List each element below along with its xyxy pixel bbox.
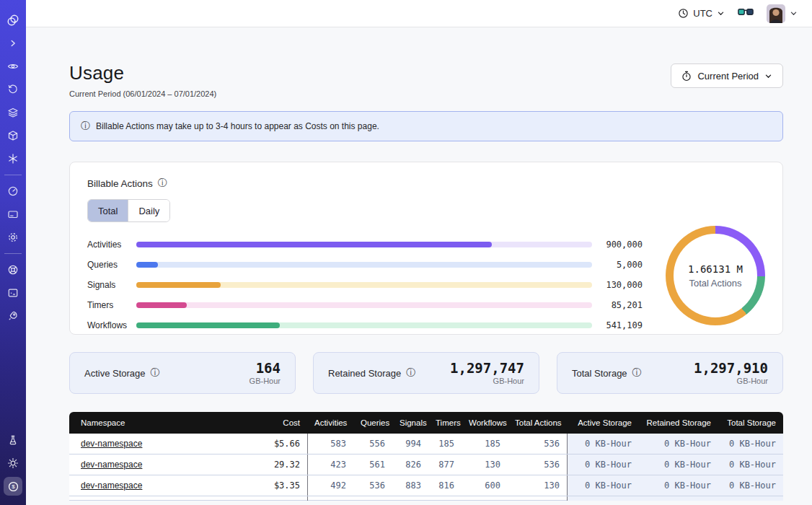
- table-cell: 423: [307, 454, 353, 475]
- column-header: Total Actions: [508, 412, 567, 434]
- glasses-icon: [738, 6, 754, 17]
- column-header: Timers: [428, 412, 462, 434]
- table-cell: [718, 496, 783, 501]
- active-storage-value: 164: [250, 361, 281, 375]
- lifebuoy-icon: [7, 264, 19, 276]
- bar-value: 541,109: [592, 320, 643, 330]
- topbar: UTC: [26, 0, 812, 27]
- namespace-cell: dev-namespace: [69, 475, 247, 496]
- timezone-selector[interactable]: UTC: [678, 8, 725, 19]
- period-dropdown-label: Current Period: [697, 71, 759, 82]
- sidebar-item-cube[interactable]: [4, 126, 22, 145]
- table-cell: [392, 496, 428, 501]
- page-subtitle: Current Period (06/01/2024 – 07/01/2024): [69, 89, 216, 98]
- bar-track: [136, 322, 592, 328]
- sidebar-item-asterisk[interactable]: [4, 149, 22, 168]
- donut-total-value: 1.66131 M: [688, 263, 743, 275]
- sidebar-item-card[interactable]: [4, 205, 22, 224]
- total-storage-card: Total Storage ⓘ 1,297,910 GB-Hour: [557, 352, 783, 394]
- table-cell: 0 KB-Hour: [639, 475, 718, 496]
- bar-category-label: Workflows: [87, 320, 136, 330]
- billable-actions-card: Billable Actions ⓘ Total Daily Activitie…: [69, 162, 783, 335]
- sidebar-item-eye[interactable]: [4, 57, 22, 76]
- table-cell: 0 KB-Hour: [718, 454, 783, 475]
- retained-storage-value: 1,297,747: [450, 361, 524, 375]
- table-cell: [462, 496, 508, 501]
- sidebar-item-layers[interactable]: [4, 103, 22, 122]
- table-cell: 0 KB-Hour: [639, 434, 718, 454]
- bar-value: 85,201: [592, 300, 643, 310]
- terminal-icon: [7, 287, 19, 299]
- rocket-icon: [7, 310, 19, 322]
- content: Usage Current Period (06/01/2024 – 07/01…: [26, 27, 812, 505]
- gear-icon: [7, 232, 19, 243]
- sidebar-item-settings[interactable]: [4, 228, 22, 247]
- sidebar-item-theme[interactable]: [4, 454, 22, 473]
- usage-bar-row: Queries5,000: [87, 255, 643, 275]
- bar-value: 130,000: [592, 280, 643, 290]
- retained-storage-unit: GB-Hour: [450, 377, 524, 385]
- tab-daily[interactable]: Daily: [128, 200, 169, 221]
- sidebar-item-history[interactable]: [4, 80, 22, 99]
- info-icon[interactable]: ⓘ: [151, 366, 160, 379]
- namespace-cell: dev-namespace: [69, 434, 247, 454]
- table-cell: [307, 496, 353, 501]
- sidebar-item-getting-started[interactable]: [4, 307, 22, 325]
- sidebar-item-docs[interactable]: [4, 284, 22, 302]
- dollar-coin-icon: $: [7, 480, 19, 493]
- gauge-icon: [7, 185, 19, 197]
- table-row-partial: [69, 496, 783, 501]
- info-banner: ⓘ Billable Actions may take up to 3-4 ho…: [69, 111, 783, 141]
- info-icon[interactable]: ⓘ: [632, 366, 642, 379]
- sidebar: $: [0, 0, 26, 505]
- clock-icon: [678, 8, 689, 19]
- table-cell: 883: [392, 475, 428, 496]
- table-cell: $3.35: [247, 475, 307, 496]
- table-cell: [567, 496, 639, 501]
- view-toggle-glasses[interactable]: [738, 6, 754, 20]
- column-header: Active Storage: [567, 412, 639, 434]
- table-cell: 130: [462, 454, 508, 475]
- column-header: Workflows: [462, 412, 508, 434]
- sidebar-item-usage[interactable]: $: [4, 477, 22, 496]
- bar-category-label: Timers: [87, 300, 136, 310]
- sidebar-item-labs[interactable]: [4, 431, 22, 449]
- page-head: Usage Current Period (06/01/2024 – 07/01…: [69, 62, 783, 98]
- tab-total[interactable]: Total: [88, 200, 128, 221]
- table-cell: 556: [353, 434, 392, 454]
- namespace-cell: dev-namespace: [69, 454, 247, 475]
- bar-chart: Activities900,000Queries5,000Signals130,…: [87, 234, 643, 335]
- info-icon[interactable]: ⓘ: [406, 366, 415, 379]
- sidebar-item-gauge[interactable]: [4, 182, 22, 201]
- total-storage-unit: GB-Hour: [694, 377, 768, 385]
- table-cell: 0 KB-Hour: [567, 475, 639, 496]
- info-icon: ⓘ: [81, 120, 90, 133]
- storage-summary-row: Active Storage ⓘ 164 GB-Hour Retained St…: [69, 352, 783, 394]
- info-icon[interactable]: ⓘ: [158, 177, 167, 190]
- bar-category-label: Signals: [87, 280, 136, 290]
- table-cell: 877: [428, 454, 462, 475]
- user-menu[interactable]: [767, 4, 798, 23]
- bar-fill: [136, 242, 492, 247]
- column-header: Queries: [353, 412, 392, 434]
- namespace-link[interactable]: dev-namespace: [81, 439, 142, 449]
- bar-fill: [136, 282, 221, 288]
- sidebar-item-logo[interactable]: [4, 11, 22, 30]
- flask-icon: [7, 434, 19, 446]
- period-dropdown-button[interactable]: Current Period: [671, 63, 783, 88]
- table-cell: 185: [428, 434, 462, 454]
- page-title: Usage: [69, 62, 216, 84]
- table-cell: 994: [392, 434, 428, 454]
- donut-chart: 1.66131 M Total Actions: [666, 226, 765, 325]
- table-cell: 826: [392, 454, 428, 475]
- table-cell: 600: [462, 475, 508, 496]
- table-cell: 0 KB-Hour: [639, 454, 718, 475]
- sun-icon: [7, 457, 19, 469]
- namespace-link[interactable]: dev-namespace: [81, 480, 142, 491]
- sidebar-item-collapse[interactable]: [4, 34, 22, 53]
- table-cell: 0 KB-Hour: [718, 434, 783, 454]
- sidebar-item-support[interactable]: [4, 260, 22, 279]
- namespace-link[interactable]: dev-namespace: [81, 460, 142, 470]
- bar-fill: [136, 302, 187, 308]
- table-cell: 130: [508, 475, 567, 496]
